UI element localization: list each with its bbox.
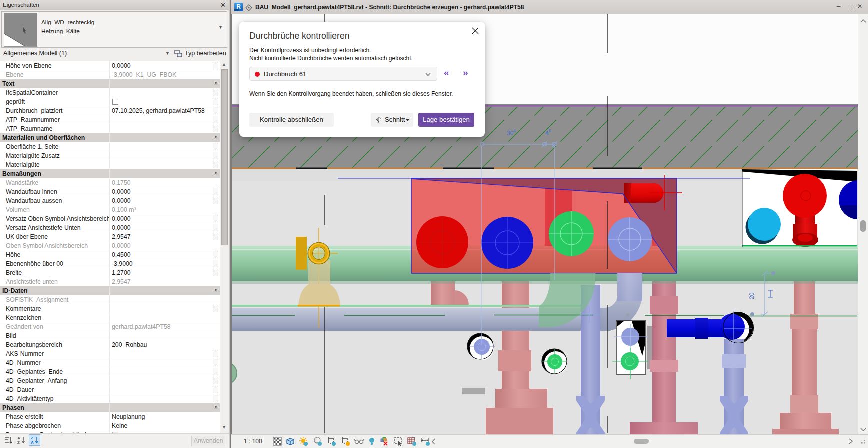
- svg-text:6: 6: [549, 128, 552, 133]
- svg-text:A: A: [18, 436, 20, 440]
- svg-text:Z: Z: [18, 440, 20, 445]
- svg-text:4: 4: [514, 128, 516, 133]
- svg-text:30: 30: [507, 130, 514, 137]
- svg-text:A: A: [31, 440, 34, 445]
- svg-text:20: 20: [748, 292, 756, 299]
- svg-text:Z: Z: [31, 436, 34, 440]
- svg-text:4: 4: [546, 130, 549, 137]
